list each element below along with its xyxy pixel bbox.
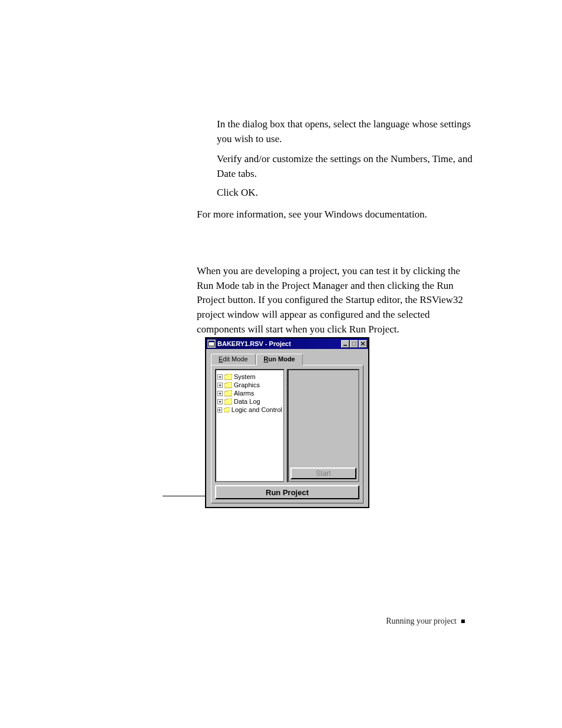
- tab-edit-mode[interactable]: Edit Mode: [211, 354, 256, 365]
- svg-rect-3: [352, 342, 356, 345]
- expand-icon[interactable]: +: [217, 407, 222, 413]
- folder-icon: [224, 382, 232, 388]
- project-tree[interactable]: + System + Graphics + Alarms: [215, 369, 285, 482]
- folder-icon: [224, 407, 230, 413]
- folder-icon: [224, 398, 232, 405]
- tree-item-system[interactable]: + System: [217, 373, 282, 381]
- tree-item-label: Graphics: [234, 381, 260, 388]
- tree-item-data-log[interactable]: + Data Log: [217, 397, 282, 406]
- expand-icon[interactable]: +: [217, 374, 223, 380]
- app-icon: [207, 340, 216, 348]
- tree-item-label: System: [234, 373, 256, 380]
- svg-rect-1: [209, 341, 214, 342]
- start-button[interactable]: Start: [290, 467, 356, 479]
- tree-item-graphics[interactable]: + Graphics: [217, 381, 282, 389]
- paragraph: When you are developing a project, you c…: [197, 264, 477, 337]
- minimize-button[interactable]: [341, 340, 349, 348]
- svg-rect-0: [209, 342, 214, 346]
- window-title: BAKERY1.RSV - Project: [217, 340, 341, 347]
- close-button[interactable]: [359, 340, 367, 348]
- titlebar[interactable]: BAKERY1.RSV - Project: [206, 338, 368, 349]
- footer-text: Running your project: [386, 617, 457, 626]
- paragraph: In the dialog box that opens, select the…: [217, 117, 476, 146]
- page-footer: Running your project: [386, 617, 465, 626]
- callout-line: [163, 496, 205, 496]
- tree-item-alarms[interactable]: + Alarms: [217, 389, 282, 397]
- project-manager-window: BAKERY1.RSV - Project Edit Mode Run Mode…: [205, 337, 369, 508]
- tree-item-label: Data Log: [234, 398, 260, 405]
- bullet-icon: [461, 620, 465, 623]
- folder-icon: [224, 374, 232, 380]
- expand-icon[interactable]: +: [217, 383, 223, 388]
- run-project-button[interactable]: Run Project: [215, 485, 359, 499]
- expand-icon[interactable]: +: [217, 391, 223, 396]
- paragraph: Click OK.: [217, 186, 476, 200]
- mode-tabs: Edit Mode Run Mode: [211, 354, 363, 365]
- svg-rect-2: [343, 345, 347, 346]
- folder-icon: [224, 390, 232, 397]
- paragraph: Verify and/or customize the settings on …: [217, 152, 476, 181]
- paragraph: For more information, see your Windows d…: [197, 207, 474, 222]
- tree-item-logic-and-control[interactable]: + Logic and Control: [217, 406, 282, 414]
- maximize-button[interactable]: [350, 340, 358, 348]
- tab-run-mode[interactable]: Run Mode: [256, 354, 303, 365]
- expand-icon[interactable]: +: [217, 399, 223, 404]
- callout-tick: [205, 493, 206, 499]
- tree-item-label: Alarms: [234, 390, 254, 397]
- detail-pane: Start: [287, 369, 359, 482]
- tree-item-label: Logic and Control: [232, 406, 282, 413]
